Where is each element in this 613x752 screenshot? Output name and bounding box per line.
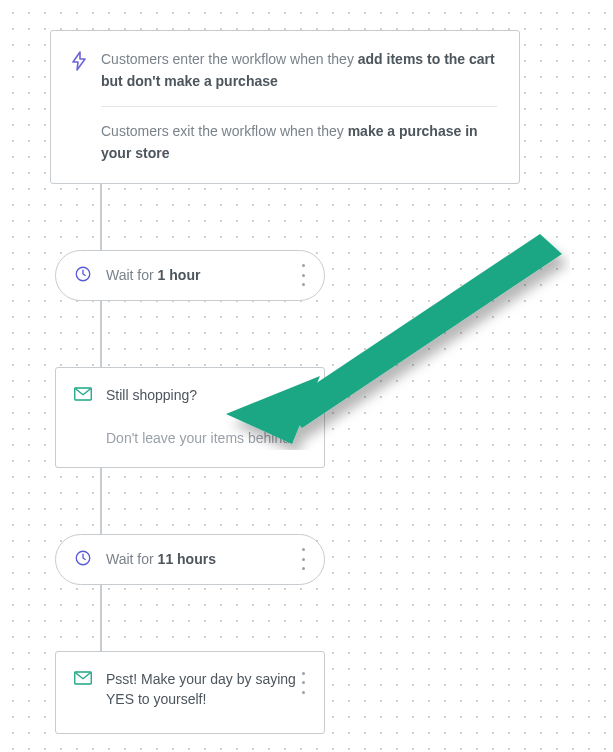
- email-step-2[interactable]: Psst! Make your day by saying YES to you…: [55, 651, 325, 734]
- lightning-icon: [71, 51, 87, 74]
- clock-icon: [74, 549, 92, 570]
- connector: [100, 184, 102, 250]
- more-menu[interactable]: [296, 264, 310, 286]
- more-menu[interactable]: [296, 548, 310, 570]
- email-title: Psst! Make your day by saying YES to you…: [106, 670, 306, 709]
- envelope-icon: [74, 387, 92, 404]
- email-step-1[interactable]: Still shopping? Don't leave your items b…: [55, 367, 325, 468]
- workflow-canvas: Customers enter the workflow when they a…: [0, 0, 613, 734]
- trigger-card[interactable]: Customers enter the workflow when they a…: [50, 30, 520, 184]
- wait-step-2[interactable]: Wait for 11 hours: [55, 534, 325, 585]
- email-subtitle: Don't leave your items behind!: [106, 429, 306, 449]
- connector: [100, 301, 102, 367]
- wait-step-1[interactable]: Wait for 1 hour: [55, 250, 325, 301]
- trigger-enter-text: Customers enter the workflow when they a…: [101, 49, 497, 92]
- connector: [100, 585, 102, 651]
- connector: [100, 468, 102, 534]
- email-title: Still shopping?: [106, 386, 197, 406]
- divider: [101, 106, 497, 107]
- clock-icon: [74, 265, 92, 286]
- trigger-exit-text: Customers exit the workflow when they ma…: [101, 121, 497, 164]
- more-menu[interactable]: [296, 672, 310, 694]
- envelope-icon: [74, 671, 92, 688]
- wait-label: Wait for 1 hour: [106, 267, 200, 283]
- wait-label: Wait for 11 hours: [106, 551, 216, 567]
- more-menu[interactable]: [296, 388, 310, 410]
